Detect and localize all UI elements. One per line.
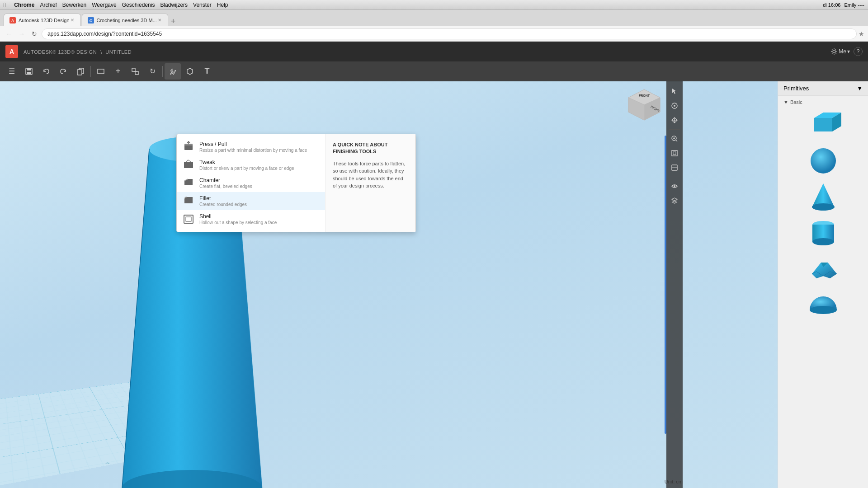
menu-chrome[interactable]: Chrome: [14, 2, 34, 8]
menu-shell[interactable]: Shell Hollow-out a shape by selecting a …: [177, 210, 325, 228]
svg-rect-9: [77, 70, 82, 75]
settings-button[interactable]: Me ▾: [830, 48, 850, 55]
tweak-text: Tweak Distort or skew a part by moving a…: [199, 159, 320, 171]
menu-weergave[interactable]: Weergave: [92, 2, 116, 8]
primitive-hemisphere[interactable]: [778, 287, 868, 324]
press-pull-desc: Resize a part with minimal distortion by…: [199, 148, 320, 153]
tab-label-crocheting: Crocheting needles 3D M...: [97, 18, 157, 23]
refresh-button[interactable]: ↻: [144, 63, 160, 80]
primitive-cone[interactable]: [778, 179, 868, 215]
layers-tool[interactable]: [668, 194, 681, 207]
tab-autodesk[interactable]: A Autodesk 123D Design ✕: [4, 14, 81, 26]
primitive-cube[interactable]: [778, 107, 868, 143]
viewport[interactable]: 0 1 2 3 4 5 -1: [0, 81, 778, 488]
primitive-sphere[interactable]: [778, 143, 868, 179]
sidebar-header: Primitives ▼: [778, 81, 868, 96]
new-tab-button[interactable]: +: [171, 17, 176, 26]
menu-archief[interactable]: Archief: [40, 2, 57, 8]
nav-cube[interactable]: FRONT RIGHT: [624, 85, 665, 126]
add-button[interactable]: +: [110, 63, 126, 80]
svg-point-52: [811, 148, 836, 174]
zoom-tool[interactable]: [668, 132, 681, 145]
bookmark-button[interactable]: ★: [859, 30, 864, 38]
menubar-time: di 16:06: [823, 2, 840, 8]
svg-rect-39: [672, 150, 677, 156]
sidebar-title: Primitives: [783, 85, 809, 92]
app-header: A AUTODESK® 123D® DESIGN \ UNTITLED Me ▾…: [0, 42, 868, 61]
viewport-tools: [666, 81, 683, 488]
chamfer-text: Chamfer Create flat, beveled edges: [199, 177, 320, 189]
brand-text: AUTODESK® 123D® DESIGN: [24, 49, 97, 55]
dropdown-note-title: A QUICK NOTE ABOUT FINISHING TOOLS: [333, 141, 408, 155]
view-cube-tool[interactable]: [668, 161, 681, 174]
svg-point-43: [674, 185, 675, 187]
sketch-button[interactable]: [93, 63, 109, 80]
fillet-icon: [182, 195, 195, 207]
menu-bladwijzers[interactable]: Bladwijzers: [160, 2, 188, 8]
svg-point-4: [833, 50, 835, 53]
tab-close-autodesk[interactable]: ✕: [70, 17, 75, 23]
undo-button[interactable]: [38, 63, 54, 80]
tab-bar: A Autodesk 123D Design ✕ C Crocheting ne…: [0, 10, 868, 26]
modify-button[interactable]: [165, 63, 181, 80]
transform-button[interactable]: [127, 63, 143, 80]
text-button[interactable]: T: [199, 63, 215, 80]
fillet-desc: Created rounded edges: [199, 202, 320, 207]
sidebar-section-header-basic[interactable]: ▼ Basic: [778, 98, 868, 107]
svg-text:C: C: [89, 19, 92, 23]
save-button[interactable]: [21, 63, 37, 80]
tab-crocheting[interactable]: C Crocheting needles 3D M... ✕: [82, 14, 168, 26]
svg-rect-48: [186, 217, 191, 221]
section-label: Basic: [790, 99, 802, 105]
svg-text:FRONT: FRONT: [639, 94, 650, 97]
press-pull-icon: [182, 141, 195, 153]
sidebar-expand-icon[interactable]: ▼: [857, 85, 863, 92]
app-logo: A: [5, 45, 18, 58]
menu-chamfer[interactable]: Chamfer Create flat, beveled edges: [177, 174, 325, 192]
main-area: 0 1 2 3 4 5 -1: [0, 81, 868, 488]
tab-close-crocheting[interactable]: ✕: [157, 17, 162, 23]
redo-button[interactable]: [55, 63, 71, 80]
menu-venster[interactable]: Venster: [193, 2, 212, 8]
menubar-right: di 16:06 Emily ----: [823, 2, 864, 8]
svg-point-34: [674, 105, 675, 107]
primitive-torus[interactable]: [778, 251, 868, 287]
pan-tool[interactable]: [668, 114, 681, 127]
menu-help[interactable]: Help: [217, 2, 228, 8]
menu-tweak[interactable]: Tweak Distort or skew a part by moving a…: [177, 156, 325, 174]
menu-bewerken[interactable]: Bewerken: [62, 2, 86, 8]
dropdown-note: A QUICK NOTE ABOUT FINISHING TOOLS These…: [325, 134, 415, 232]
svg-rect-45: [184, 144, 193, 145]
sidebar-section-basic: ▼ Basic: [778, 96, 868, 325]
app-container: A AUTODESK® 123D® DESIGN \ UNTITLED Me ▾…: [0, 42, 868, 488]
svg-line-36: [676, 140, 677, 141]
menubar-user: Emily ----: [844, 2, 864, 8]
menu-geschiedenis[interactable]: Geschiedenis: [122, 2, 155, 8]
right-sidebar: Primitives ▼ ▼ Basic: [778, 81, 868, 488]
menu-fillet[interactable]: Fillet Created rounded edges: [177, 192, 325, 210]
hamburger-menu-button[interactable]: ☰: [4, 63, 20, 80]
select-tool[interactable]: [668, 85, 681, 98]
eye-tool[interactable]: [668, 180, 681, 192]
tab-favicon-autodesk: A: [9, 17, 16, 23]
menu-press-pull[interactable]: Press / Pull Resize a part with minimal …: [177, 138, 325, 156]
shell-desc: Hollow-out a shape by selecting a face: [199, 220, 320, 225]
reload-button[interactable]: ↻: [29, 28, 40, 39]
copy-button[interactable]: [72, 63, 89, 80]
svg-point-56: [812, 238, 834, 245]
svg-marker-14: [187, 68, 193, 75]
forward-button[interactable]: →: [16, 28, 27, 39]
modify2-button[interactable]: [182, 63, 198, 80]
primitive-cylinder[interactable]: [778, 215, 868, 251]
apple-logo[interactable]: : [4, 1, 6, 9]
fit-tool[interactable]: [668, 147, 681, 160]
help-button[interactable]: ?: [854, 47, 863, 56]
address-input[interactable]: [42, 28, 857, 39]
svg-marker-49: [814, 118, 832, 131]
dropdown-menu: Press / Pull Resize a part with minimal …: [176, 134, 416, 232]
svg-point-57: [810, 306, 837, 314]
shell-title: Shell: [199, 213, 320, 220]
press-pull-title: Press / Pull: [199, 141, 320, 147]
orbit-tool[interactable]: [668, 99, 681, 112]
back-button[interactable]: ←: [4, 28, 14, 39]
